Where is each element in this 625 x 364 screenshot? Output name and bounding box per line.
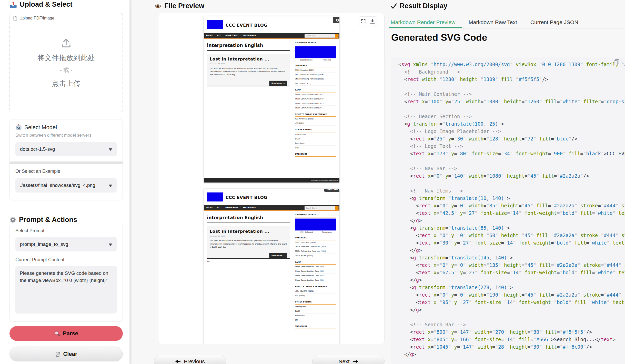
trash-icon [55, 351, 61, 357]
blog-article-date: December 27, 2008 [210, 63, 287, 65]
code-line: <rect width="1280" height="1309" fill="#… [398, 76, 625, 83]
upload-tab-label: Upload PDF/Image [19, 16, 54, 21]
preview-image[interactable]: Generated CCC EVENT BLOG ABOUTCCCORGA-TE… [204, 189, 339, 344]
blog-sidebar-section: UPCOMING EVENTS37C3: UnlockedFireshonks [295, 42, 336, 61]
code-line: <rect x="0" y="140" width="1080" height=… [398, 172, 625, 180]
blog-sidebar-image [295, 219, 336, 231]
upload-dropzone[interactable]: Upload PDF/Image 将文件拖放到此处 - 或 - 点击上传 [9, 13, 123, 112]
prompt-select[interactable]: prompt_image_to_svg [15, 237, 117, 251]
blog-divider [207, 50, 290, 51]
blog-sidebar-heading: REMOTE CHAOS EXPERIENCE [295, 113, 336, 117]
code-line: <!-- Nav Items --> [398, 187, 625, 195]
tab-markdown-render-preview[interactable]: Markdown Render Preview [389, 16, 462, 28]
blog-search-placeholder: Search Blog... [305, 35, 335, 37]
blog-search: Search Blog... [305, 34, 338, 38]
code-line: </g> [398, 217, 625, 224]
dropzone-text-click[interactable]: 点击上传 [52, 79, 80, 88]
result-display-header: Result Display [390, 2, 447, 10]
blog-sidebar-item: Chaos Communication Camp 2023 [295, 265, 336, 269]
blog-sidebar-item: Easterhegg [295, 314, 336, 318]
blog-divider [207, 223, 290, 223]
preview-image[interactable]: Origin CCC EVENT BLOG ABOUTCCCORGA-TEAMS… [204, 16, 339, 183]
blog-sidebar-heading: SUBSCRIBE [295, 153, 336, 157]
blog-logo [207, 193, 223, 201]
fullscreen-icon[interactable] [360, 18, 366, 24]
blog-sidebar-item: 37C3: Unlocked (2023) [295, 240, 336, 245]
blog-article: Lost in Interpretation ... December 27, … [207, 54, 290, 86]
blog-sidebar-section: OTHER EVENTSDatenspurenDiVOCEasterheggGP… [295, 129, 336, 150]
next-button[interactable]: Next [312, 355, 385, 364]
blog-page-heading: interpretation English [207, 43, 290, 48]
upload-pdf-image-tab[interactable]: Upload PDF/Image [9, 13, 59, 23]
code-line: <rect x="0" y="0" width="85" height="45"… [398, 202, 625, 209]
preview-badge: Origin [333, 17, 339, 23]
parse-button[interactable]: Parse [9, 326, 123, 341]
upload-select-title: Upload & Select [20, 1, 73, 8]
blog-mock: CCC EVENT BLOG ABOUTCCCORGA-TEAMSRECORDI… [204, 16, 339, 183]
model-select[interactable]: dots.ocr-1.5-svg [15, 142, 117, 156]
file-preview-header: File Preview [154, 2, 204, 10]
code-line [398, 157, 625, 165]
outbox-tray-icon [9, 1, 17, 8]
image-toolbar [359, 16, 377, 26]
blog-search: Search Blog... [305, 206, 338, 210]
preview-scroll-area[interactable]: Origin CCC EVENT BLOG ABOUTCCCORGA-TEAMS… [158, 13, 384, 344]
blog-sidebar-item: Chaos Communication Camp 2015 [295, 101, 336, 106]
left-panel-scrollbar[interactable] [129, 0, 132, 364]
download-icon[interactable] [370, 18, 375, 24]
tab-markdown-raw-text[interactable]: Markdown Raw Text [462, 16, 524, 28]
code-line [398, 83, 625, 90]
blog-sidebar-section: SUBSCRIBE [295, 325, 336, 329]
prompt-content-textarea[interactable]: Please generate the SVG code based on th… [15, 266, 117, 314]
code-line: <g transform="translate(100, 25)"> [398, 120, 625, 128]
copy-icon[interactable] [613, 59, 620, 66]
code-line: <g transform="translate(278, 140)"> [398, 284, 625, 291]
blog-image-caption: Fireshonks [323, 59, 331, 61]
select-model-subtitle: Switch between different model servers [15, 133, 117, 138]
code-line: <rect x="0" y="0" width="135" height="45… [398, 261, 625, 269]
code-line: <svg xmlns="http://www.w3.org/2000/svg" … [398, 61, 625, 68]
svg-code-block[interactable]: <svg xmlns="http://www.w3.org/2000/svg" … [391, 57, 625, 364]
blog-nav-item: ABOUT [204, 205, 215, 210]
blog-sidebar-heading: CONGRESS [295, 237, 336, 240]
upload-select-header: Upload & Select [9, 1, 73, 8]
blog-sidebar-heading: SUBSCRIBE [295, 325, 336, 329]
result-display-title: Result Display [400, 2, 447, 10]
previous-button-label: Previous [184, 358, 205, 364]
prompt-content-label: Current Prompt Content [15, 257, 117, 262]
example-select[interactable]: ./assets/final_showcase/svg_4.png [15, 178, 117, 193]
generated-svg-code-heading: Generated SVG Code [391, 32, 487, 43]
code-line: <!-- Header Section --> [398, 113, 625, 120]
blog-mock: CCC EVENT BLOG ABOUTCCCORGA-TEAMSRECORDI… [204, 189, 339, 344]
select-model-card: Select Model Switch between different mo… [9, 119, 123, 200]
code-line: <g transform="translate(10, 140)"> [398, 195, 625, 202]
gear-icon [9, 216, 16, 223]
blog-page-heading: interpretation English [207, 215, 290, 220]
blog-sidebar-item: Chaos Communication Camp 2011 [295, 278, 336, 282]
file-preview-title: File Preview [164, 2, 204, 10]
blog-nav: ABOUTCCCORGA-TEAMSRECORDINGS Search Blog… [204, 205, 339, 211]
clear-button[interactable]: Clear [9, 347, 123, 361]
robot-icon [15, 124, 22, 131]
blog-sidebar-item: Chaos Communication Camp 2015 [295, 274, 336, 278]
blog-sidebar-item: Chaos Communication Camp 2019 [295, 269, 336, 274]
blog-sidebar-section: SUBSCRIBE [295, 153, 336, 157]
blog-sidebar-item: DiVOC [295, 309, 336, 313]
blog-sidebar-heading: UPCOMING EVENTS [295, 214, 336, 218]
code-line: </g> [398, 306, 625, 314]
blog-sidebar-item: rC3: NOWHERE (2021) [295, 289, 336, 294]
blog-sidebar-item: DiVOC [295, 137, 336, 141]
svg-code-lines: <svg xmlns="http://www.w3.org/2000/svg" … [398, 61, 625, 358]
previous-button[interactable]: Previous [154, 355, 226, 364]
blog-search-button [335, 34, 339, 38]
blog-sidebar-item: 36C3: Resource Exhaustion (2019) [295, 245, 336, 249]
code-line: <text x="805" y="166" font-size="14" fil… [398, 336, 625, 343]
tab-current-page-json[interactable]: Current Page JSON [524, 16, 585, 28]
blog-search-placeholder: Search Blog... [305, 207, 335, 209]
blog-sidebar-heading: CAMP [295, 89, 336, 93]
blog-article-title: Lost in Interpretation ... [210, 56, 287, 61]
blog-sidebar-item: 37C3: Unlocked (2023) [295, 68, 336, 72]
upload-arrow-icon [60, 38, 72, 48]
code-line: </g> [398, 351, 625, 358]
next-button-label: Next [338, 358, 349, 364]
